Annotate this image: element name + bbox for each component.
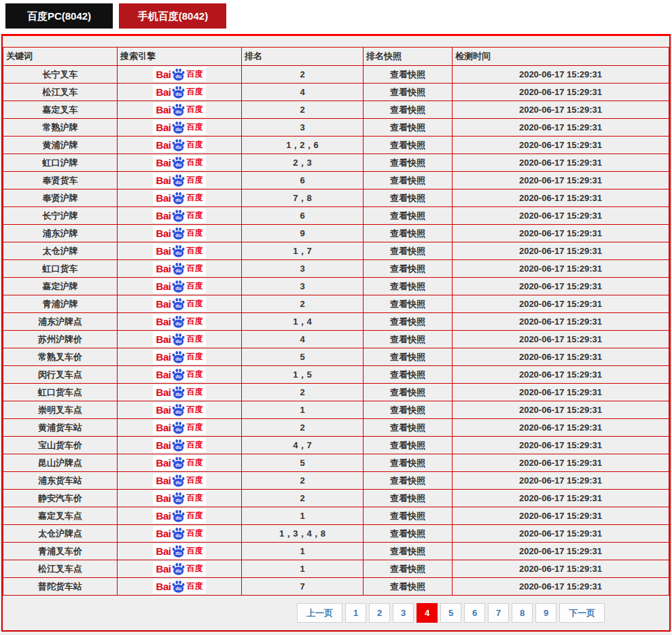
baidu-logo-bai-text: Bai — [156, 316, 171, 327]
view-snapshot-link[interactable]: 查看快照 — [390, 458, 425, 468]
view-snapshot-link[interactable]: 查看快照 — [390, 281, 425, 291]
view-snapshot-link[interactable]: 查看快照 — [390, 475, 425, 486]
view-snapshot-link[interactable]: 查看快照 — [390, 158, 425, 168]
page-button-7[interactable]: 7 — [488, 603, 509, 623]
page-button-4[interactable]: 4 — [417, 603, 438, 623]
baidu-paw-icon: du — [171, 474, 185, 487]
view-snapshot-link[interactable]: 查看快照 — [390, 175, 425, 185]
table-row: 嘉定叉车点 Bai du 百度 1 查看快照 — [3, 507, 669, 525]
snapshot-cell: 查看快照 — [364, 84, 453, 101]
table-row: 浦东货车站 Bai du 百度 2 查看快照 — [3, 472, 669, 490]
time-cell: 2020-06-17 15:29:31 — [453, 472, 669, 490]
keyword-cell: 黄浦沪牌 — [3, 137, 118, 154]
baidu-logo-cn-text: 百度 — [186, 369, 202, 380]
view-snapshot-link[interactable]: 查看快照 — [390, 581, 425, 592]
view-snapshot-link[interactable]: 查看快照 — [390, 140, 425, 150]
view-snapshot-link[interactable]: 查看快照 — [390, 528, 425, 539]
baidu-logo-du-text: du — [176, 532, 182, 539]
page-button-3[interactable]: 3 — [393, 603, 414, 623]
baidu-paw-icon: du — [171, 580, 185, 593]
keyword-cell: 苏州沪牌价 — [3, 331, 118, 348]
view-snapshot-link[interactable]: 查看快照 — [390, 228, 425, 238]
time-cell: 2020-06-17 15:29:31 — [453, 260, 669, 278]
page-button-9[interactable]: 9 — [535, 603, 556, 623]
snapshot-cell: 查看快照 — [364, 578, 453, 596]
prev-page-button[interactable]: 上一页 — [297, 603, 342, 623]
engine-cell: Bai du 百度 — [118, 154, 242, 172]
view-snapshot-link[interactable]: 查看快照 — [390, 546, 425, 556]
baidu-logo-cn-text: 百度 — [186, 422, 202, 433]
baidu-paw-icon: du — [171, 439, 185, 452]
view-snapshot-link[interactable]: 查看快照 — [390, 87, 425, 97]
baidu-logo-cn-text: 百度 — [186, 245, 202, 257]
view-snapshot-link[interactable]: 查看快照 — [390, 440, 425, 450]
page-button-1[interactable]: 1 — [345, 603, 366, 623]
baidu-logo: Bai du 百度 — [153, 120, 207, 134]
baidu-paw-icon: du — [171, 139, 185, 151]
keyword-cell: 静安汽车价 — [3, 490, 118, 507]
view-snapshot-link[interactable]: 查看快照 — [390, 299, 425, 309]
view-snapshot-link[interactable]: 查看快照 — [390, 405, 425, 415]
table-row: 松江叉车点 Bai du 百度 1 查看快照 — [3, 560, 669, 578]
view-snapshot-link[interactable]: 查看快照 — [390, 316, 425, 327]
snapshot-cell: 查看快照 — [364, 543, 453, 560]
view-snapshot-link[interactable]: 查看快照 — [390, 264, 425, 274]
time-cell: 2020-06-17 15:29:31 — [453, 578, 669, 596]
baidu-logo-cn-text: 百度 — [186, 316, 202, 327]
view-snapshot-link[interactable]: 查看快照 — [390, 105, 425, 115]
baidu-logo-bai-text: Bai — [156, 245, 171, 257]
view-snapshot-link[interactable]: 查看快照 — [390, 493, 425, 503]
keyword-cell: 奉贤沪牌 — [3, 189, 118, 207]
baidu-paw-icon: du — [171, 227, 185, 240]
keyword-cell: 崇明叉车点 — [3, 401, 118, 419]
view-snapshot-link[interactable]: 查看快照 — [390, 387, 425, 397]
keyword-cell: 浦东沪牌 — [3, 225, 118, 242]
snapshot-cell: 查看快照 — [364, 225, 453, 242]
engine-cell: Bai du 百度 — [118, 242, 242, 260]
baidu-logo-du-text: du — [176, 338, 182, 344]
baidu-logo: Bai du 百度 — [153, 385, 207, 399]
baidu-paw-icon: du — [171, 333, 185, 346]
page-button-6[interactable]: 6 — [464, 603, 485, 623]
snapshot-cell: 查看快照 — [364, 295, 453, 313]
rank-cell: 5 — [242, 454, 364, 472]
baidu-logo-bai-text: Bai — [156, 439, 171, 451]
rank-cell: 6 — [242, 172, 364, 189]
view-snapshot-link[interactable]: 查看快照 — [390, 334, 425, 344]
view-snapshot-link[interactable]: 查看快照 — [390, 193, 425, 203]
view-snapshot-link[interactable]: 查看快照 — [390, 246, 425, 256]
next-page-button[interactable]: 下一页 — [559, 603, 605, 623]
keyword-cell: 长宁沪牌 — [3, 207, 118, 225]
view-snapshot-link[interactable]: 查看快照 — [390, 511, 425, 521]
view-snapshot-link[interactable]: 查看快照 — [390, 211, 425, 221]
baidu-logo-cn-text: 百度 — [186, 280, 202, 292]
view-snapshot-link[interactable]: 查看快照 — [390, 122, 425, 132]
baidu-logo-du-text: du — [176, 374, 182, 380]
page-button-2[interactable]: 2 — [369, 603, 390, 623]
baidu-logo-bai-text: Bai — [156, 510, 171, 522]
baidu-paw-icon: du — [171, 86, 185, 98]
baidu-logo-bai-text: Bai — [156, 139, 171, 151]
baidu-logo-du-text: du — [176, 550, 182, 556]
engine-cell: Bai du 百度 — [118, 119, 242, 137]
snapshot-cell: 查看快照 — [364, 454, 453, 472]
baidu-logo: Bai du 百度 — [153, 420, 207, 435]
baidu-logo-du-text: du — [176, 462, 182, 468]
time-cell: 2020-06-17 15:29:31 — [453, 454, 669, 472]
time-cell: 2020-06-17 15:29:31 — [453, 66, 669, 84]
view-snapshot-link[interactable]: 查看快照 — [390, 369, 425, 380]
snapshot-cell: 查看快照 — [364, 507, 453, 525]
page-button-5[interactable]: 5 — [440, 603, 461, 623]
baidu-logo-du-text: du — [176, 391, 182, 397]
view-snapshot-link[interactable]: 查看快照 — [390, 69, 425, 79]
view-snapshot-link[interactable]: 查看快照 — [390, 422, 425, 433]
tab-baidu-pc[interactable]: 百度PC(8042) — [5, 3, 113, 29]
keyword-cell: 昆山沪牌点 — [3, 454, 118, 472]
table-row: 虹口沪牌 Bai du 百度 2，3 查看快照 — [3, 154, 669, 172]
page-button-8[interactable]: 8 — [512, 603, 533, 623]
tab-baidu-mobile[interactable]: 手机百度(8042) — [119, 3, 226, 29]
view-snapshot-link[interactable]: 查看快照 — [390, 564, 425, 574]
engine-cell: Bai du 百度 — [118, 278, 242, 295]
view-snapshot-link[interactable]: 查看快照 — [390, 352, 425, 362]
snapshot-cell: 查看快照 — [364, 189, 453, 207]
